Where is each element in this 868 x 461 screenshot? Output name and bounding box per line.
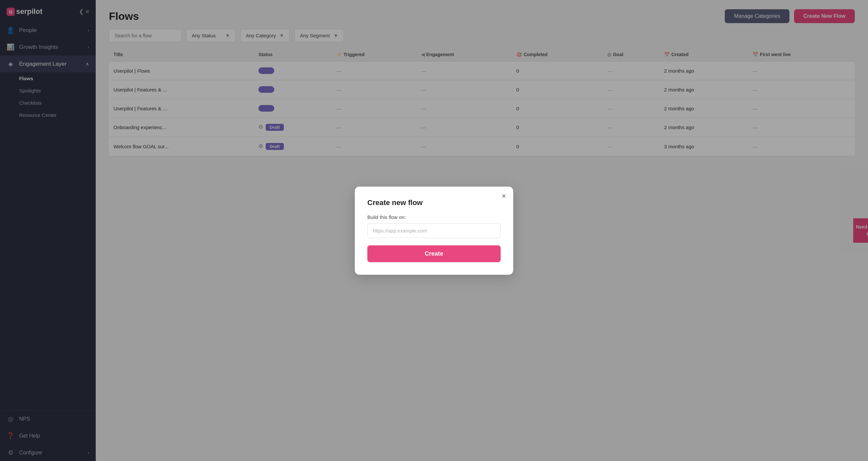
modal-url-input[interactable] bbox=[367, 223, 501, 238]
modal-overlay[interactable]: × Create new flow Build this flow on: Cr… bbox=[0, 0, 868, 461]
modal-close-button[interactable]: × bbox=[502, 193, 506, 200]
modal-title: Create new flow bbox=[367, 199, 501, 207]
modal-create-button[interactable]: Create bbox=[367, 246, 501, 262]
create-flow-modal: × Create new flow Build this flow on: Cr… bbox=[355, 186, 513, 275]
modal-label: Build this flow on: bbox=[367, 214, 501, 220]
